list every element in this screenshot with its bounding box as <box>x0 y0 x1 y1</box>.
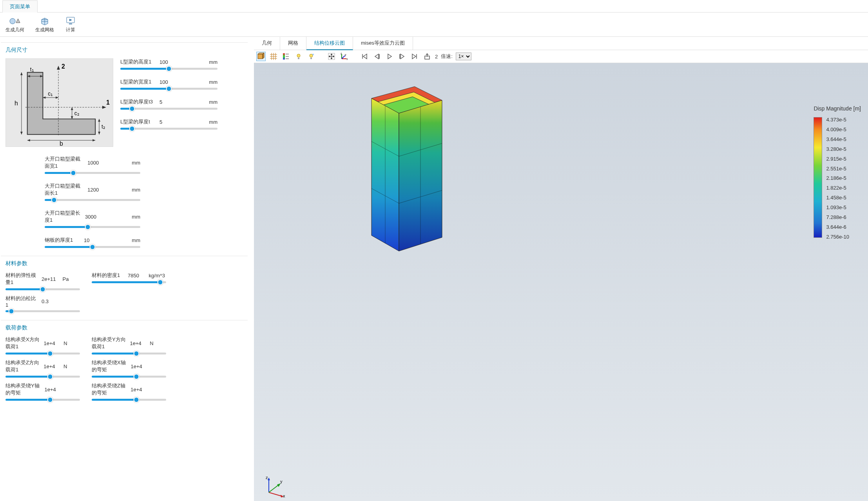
param-slider[interactable] <box>45 172 140 174</box>
gfx-btn-export[interactable] <box>422 52 432 61</box>
gfx-btn-light2[interactable] <box>306 52 316 61</box>
param-slider[interactable] <box>92 376 166 378</box>
param-slider[interactable] <box>92 353 166 354</box>
btn-generate-mesh[interactable]: 生成网格 <box>35 15 54 33</box>
gfx-btn-grid[interactable] <box>269 52 278 61</box>
param-slider[interactable] <box>45 246 140 248</box>
param-结构承受绕X轴的弯矩: 结构承受绕X轴的弯矩1e+4 <box>92 359 166 378</box>
slider-knob[interactable] <box>166 86 172 92</box>
slider-knob[interactable] <box>134 374 140 380</box>
param-value[interactable]: 1e+4 <box>43 340 61 346</box>
param-value[interactable]: 1e+4 <box>43 364 61 369</box>
param-value[interactable]: 10 <box>83 237 121 243</box>
gfx-speed-select[interactable]: 1× <box>456 52 471 60</box>
gfx-btn-prev[interactable] <box>372 52 382 61</box>
gfx-btn-last[interactable] <box>410 52 419 61</box>
gfx-btn-axes[interactable]: zxy <box>339 52 349 61</box>
param-value[interactable]: 5 <box>159 119 198 125</box>
gfx-btn-move[interactable] <box>327 52 336 61</box>
btn-generate-geometry[interactable]: 生成几何 <box>5 15 24 33</box>
legend-title: Disp Magnitude [m] <box>814 105 861 112</box>
svg-text:t₁: t₁ <box>30 66 34 72</box>
tab-1[interactable]: 网格 <box>280 37 306 50</box>
param-value[interactable]: 100 <box>159 59 198 65</box>
svg-rect-49 <box>283 53 285 60</box>
param-slider[interactable] <box>120 108 217 110</box>
param-unit: kg/m^3 <box>149 273 166 279</box>
param-材料的密度1: 材料的密度17850kg/m^3 <box>92 272 166 290</box>
slider-knob[interactable] <box>51 197 57 203</box>
slider-knob[interactable] <box>134 351 140 356</box>
param-slider[interactable] <box>45 199 140 201</box>
param-slider[interactable] <box>120 88 217 90</box>
btn-compute[interactable]: 计算 <box>65 15 76 33</box>
param-slider[interactable] <box>92 281 166 283</box>
gfx-btn-first[interactable] <box>360 52 369 61</box>
slider-knob[interactable] <box>47 397 53 403</box>
param-value[interactable]: 1e+4 <box>129 340 147 346</box>
slider-knob[interactable] <box>47 374 53 380</box>
slider-knob[interactable] <box>157 279 163 285</box>
param-unit: N <box>63 340 80 346</box>
param-value[interactable]: 0.3 <box>41 298 60 304</box>
legend-value: 2.551e-5 <box>826 166 849 171</box>
param-value[interactable]: 1e+4 <box>44 387 62 392</box>
legend-value: 3.644e-5 <box>826 137 849 142</box>
param-slider[interactable] <box>45 226 140 228</box>
slider-knob[interactable] <box>85 224 91 230</box>
gfx-btn-box[interactable] <box>256 52 266 61</box>
param-label: L型梁的厚度t3 <box>120 98 156 105</box>
slider-knob[interactable] <box>129 106 135 112</box>
slider-knob[interactable] <box>40 286 46 292</box>
param-slider[interactable] <box>5 310 80 312</box>
param-unit: N <box>63 364 80 369</box>
param-slider[interactable] <box>5 353 80 354</box>
slider-knob[interactable] <box>9 308 14 314</box>
legend-value: 7.288e-6 <box>826 215 849 220</box>
slider-knob[interactable] <box>129 126 135 132</box>
legend-value: 3.280e-5 <box>826 147 849 152</box>
param-value[interactable]: 7850 <box>127 273 147 279</box>
param-unit: N <box>150 340 166 346</box>
param-value[interactable]: 2e+11 <box>41 276 60 282</box>
param-slider[interactable] <box>120 128 217 130</box>
gfx-btn-legend[interactable] <box>281 52 291 61</box>
param-value[interactable]: 1200 <box>87 187 123 193</box>
gfx-btn-next[interactable] <box>397 52 407 61</box>
svg-text:z: z <box>266 476 268 480</box>
svg-marker-42 <box>263 53 264 59</box>
svg-text:y: y <box>280 479 283 484</box>
svg-text:b: b <box>60 140 63 147</box>
menu-page[interactable]: 页面菜单 <box>2 0 38 13</box>
param-大开口箱型梁长度1: 大开口箱型梁长度13000mm <box>45 210 140 228</box>
param-value[interactable]: 1000 <box>87 160 123 166</box>
slider-knob[interactable] <box>90 244 96 250</box>
param-value[interactable]: 3000 <box>84 214 122 220</box>
tab-2[interactable]: 结构位移云图 <box>306 37 353 50</box>
slider-knob[interactable] <box>166 66 172 72</box>
param-unit: mm <box>201 99 217 105</box>
graphics-canvas[interactable]: z y x Disp Magnitude [m] 4.373e-54.009e-… <box>254 63 868 501</box>
slider-knob[interactable] <box>47 351 53 356</box>
param-slider[interactable] <box>5 376 80 378</box>
param-结构承受绕Y轴的弯矩: 结构承受绕Y轴的弯矩1e+4 <box>5 382 80 401</box>
param-value[interactable]: 100 <box>159 79 198 85</box>
param-slider[interactable] <box>5 288 80 290</box>
slider-knob[interactable] <box>134 397 140 403</box>
tab-3[interactable]: mises等效应力云图 <box>353 37 413 50</box>
param-value[interactable]: 5 <box>159 99 198 105</box>
param-slider[interactable] <box>120 68 217 70</box>
tab-0[interactable]: 几何 <box>254 37 280 50</box>
gfx-btn-play[interactable] <box>385 52 394 61</box>
param-value[interactable]: 1e+4 <box>130 387 148 392</box>
gfx-btn-light1[interactable] <box>294 52 303 61</box>
param-slider[interactable] <box>5 399 80 401</box>
label-compute: 计算 <box>65 27 76 33</box>
param-value[interactable]: 1e+4 <box>130 364 148 369</box>
param-L型梁的厚度t: L型梁的厚度t5mm <box>120 118 217 130</box>
param-slider[interactable] <box>92 399 166 401</box>
param-材料的弹性模量1: 材料的弹性模量12e+11Pa <box>5 272 80 290</box>
legend-value: 3.644e-6 <box>826 224 849 230</box>
slider-knob[interactable] <box>71 170 76 176</box>
svg-text:2: 2 <box>62 63 65 70</box>
